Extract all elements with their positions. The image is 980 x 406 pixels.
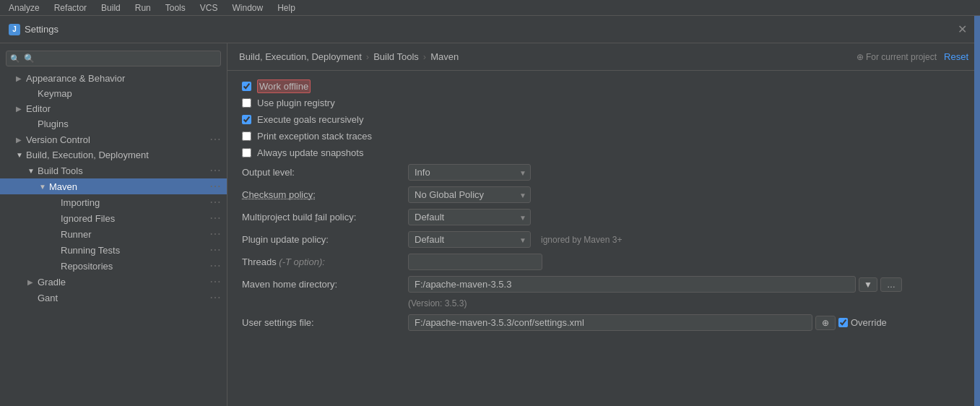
ignored-dots: ⋯ xyxy=(209,212,221,224)
search-box: 🔍 xyxy=(6,51,221,66)
execute-goals-label[interactable]: Execute goals recursively xyxy=(257,114,363,125)
gradle-dots: ⋯ xyxy=(209,276,221,288)
checksum-select[interactable]: No Global Policy Fail Warn Ignore xyxy=(408,186,531,203)
form-row-multiproject: Multiproject build fail policy: Default … xyxy=(242,209,966,225)
sidebar-label-gradle: Gradle xyxy=(38,277,209,288)
sidebar-label-importing: Importing xyxy=(61,197,209,208)
close-button[interactable]: ✕ xyxy=(953,21,971,38)
multiproject-select[interactable]: Default AT_END NEVER xyxy=(408,209,531,225)
sidebar-item-runner[interactable]: Runner ⋯ xyxy=(0,226,227,242)
menu-help[interactable]: Help xyxy=(274,1,298,14)
sidebar-label-plugins: Plugins xyxy=(38,118,221,129)
sidebar-item-appearance[interactable]: ▶ Appearance & Behavior xyxy=(0,71,227,86)
maven-home-input[interactable] xyxy=(408,276,856,293)
menu-window[interactable]: Window xyxy=(229,1,266,14)
menu-tools[interactable]: Tools xyxy=(162,1,188,14)
work-offline-checkbox[interactable] xyxy=(242,82,251,91)
tree-arrow-maven: ▼ xyxy=(39,183,49,191)
menu-run[interactable]: Run xyxy=(132,1,154,14)
form-row-plugin-update: Plugin update policy: Default Always Nev… xyxy=(242,231,966,248)
sidebar-item-build-execution[interactable]: ▼ Build, Execution, Deployment xyxy=(0,147,227,163)
print-exception-checkbox[interactable] xyxy=(242,131,251,141)
repositories-dots: ⋯ xyxy=(209,260,221,272)
sidebar-item-plugins[interactable]: Plugins xyxy=(0,116,227,131)
sidebar-label-editor: Editor xyxy=(26,103,221,114)
tree-arrow-editor: ▶ xyxy=(16,105,26,113)
running-tests-dots: ⋯ xyxy=(209,244,221,256)
checksum-label: Checksum policy: xyxy=(242,189,408,200)
breadcrumb: Build, Execution, Deployment › Build Too… xyxy=(239,51,459,62)
maven-home-dropdown[interactable]: ▼ xyxy=(859,277,877,292)
use-plugin-registry-checkbox[interactable] xyxy=(242,98,251,108)
form-row-maven-home: Maven home directory: ▼ … xyxy=(242,276,966,293)
maven-home-browse[interactable]: … xyxy=(880,277,902,292)
vc-dots: ⋯ xyxy=(209,134,221,145)
sidebar-item-keymap[interactable]: Keymap xyxy=(0,86,227,101)
search-input[interactable] xyxy=(6,51,221,66)
work-offline-label[interactable]: Work offline xyxy=(257,81,311,92)
plugin-update-label: Plugin update policy: xyxy=(242,234,408,245)
multiproject-label: Multiproject build fail policy: xyxy=(242,212,408,223)
menu-build[interactable]: Build xyxy=(98,1,123,14)
importing-dots: ⋯ xyxy=(209,196,221,208)
main-content: Build, Execution, Deployment › Build Too… xyxy=(227,43,980,406)
output-level-label: Output level: xyxy=(242,167,408,178)
breadcrumb-sep1: › xyxy=(366,51,369,62)
tree-arrow-build-exec: ▼ xyxy=(16,151,26,159)
override-checkbox[interactable] xyxy=(838,318,848,327)
maven-version: (Version: 3.5.3) xyxy=(408,298,966,308)
plugin-update-select[interactable]: Default Always Never xyxy=(408,231,531,248)
maven-home-control: ▼ … xyxy=(408,276,902,293)
tree-arrow-appearance: ▶ xyxy=(16,74,26,82)
sidebar-item-repositories[interactable]: Repositories ⋯ xyxy=(0,258,227,274)
use-plugin-registry-label[interactable]: Use plugin registry xyxy=(257,98,335,108)
dialog-body: 🔍 ▶ Appearance & Behavior Keymap ▶ Edito… xyxy=(0,43,980,406)
dialog-title: Settings xyxy=(25,24,58,35)
menu-refactor[interactable]: Refactor xyxy=(51,1,90,14)
runner-dots: ⋯ xyxy=(209,228,221,240)
sidebar-label-gant: Gant xyxy=(38,293,209,303)
gant-dots: ⋯ xyxy=(209,292,221,303)
execute-goals-checkbox[interactable] xyxy=(242,115,251,124)
breadcrumb-build-tools[interactable]: Build Tools xyxy=(373,51,419,62)
title-bar-left: J Settings xyxy=(9,24,58,35)
for-current-project-label: ⊕ For current project xyxy=(857,52,937,62)
threads-input[interactable] xyxy=(408,254,542,270)
override-label[interactable]: Override xyxy=(851,317,887,328)
user-settings-browse[interactable]: ⊕ xyxy=(815,316,836,330)
sidebar-label-running-tests: Running Tests xyxy=(61,245,209,256)
sidebar-item-gradle[interactable]: ▶ Gradle ⋯ xyxy=(0,274,227,290)
sidebar-item-gant[interactable]: Gant ⋯ xyxy=(0,290,227,306)
breadcrumb-maven: Maven xyxy=(430,51,459,62)
sidebar-item-maven[interactable]: ▼ Maven ⋯ xyxy=(0,178,227,194)
multiproject-control: Default AT_END NEVER ▼ xyxy=(408,209,531,225)
form-row-user-settings: User settings file: ⊕ Override xyxy=(242,314,966,331)
always-update-label[interactable]: Always update snapshots xyxy=(257,147,363,158)
sidebar-item-editor[interactable]: ▶ Editor xyxy=(0,101,227,116)
sidebar-item-ignored-files[interactable]: Ignored Files ⋯ xyxy=(0,210,227,226)
sidebar-label-repositories: Repositories xyxy=(61,261,209,272)
sidebar-item-version-control[interactable]: ▶ Version Control ⋯ xyxy=(0,131,227,147)
sidebar-item-importing[interactable]: Importing ⋯ xyxy=(0,194,227,210)
sidebar-item-build-tools[interactable]: ▼ Build Tools ⋯ xyxy=(0,163,227,178)
user-settings-input[interactable] xyxy=(408,314,812,331)
always-update-checkbox[interactable] xyxy=(242,148,251,157)
sidebar-label-vc: Version Control xyxy=(26,134,209,145)
sidebar-label-ignored: Ignored Files xyxy=(61,213,209,224)
menu-vcs[interactable]: VCS xyxy=(197,1,221,14)
breadcrumb-build-execution[interactable]: Build, Execution, Deployment xyxy=(239,51,362,62)
sidebar-item-running-tests[interactable]: Running Tests ⋯ xyxy=(0,242,227,258)
user-settings-label: User settings file: xyxy=(242,317,408,328)
build-tools-dots: ⋯ xyxy=(209,165,221,176)
breadcrumb-right: ⊕ For current project Reset xyxy=(857,51,968,62)
tree-arrow-gradle: ▶ xyxy=(27,278,38,286)
form-row-checksum: Checksum policy: No Global Policy Fail W… xyxy=(242,186,966,203)
menu-analyze[interactable]: Analyze xyxy=(6,1,43,14)
output-level-select[interactable]: Info Quiet Debug xyxy=(408,164,531,181)
sidebar: 🔍 ▶ Appearance & Behavior Keymap ▶ Edito… xyxy=(0,43,227,406)
reset-button[interactable]: Reset xyxy=(944,51,968,62)
multiproject-select-wrapper: Default AT_END NEVER ▼ xyxy=(408,209,531,225)
settings-panel: Work offline Use plugin registry Execute… xyxy=(227,71,980,406)
print-exception-label[interactable]: Print exception stack traces xyxy=(257,131,372,142)
threads-label: Threads (-T option): xyxy=(242,256,408,267)
